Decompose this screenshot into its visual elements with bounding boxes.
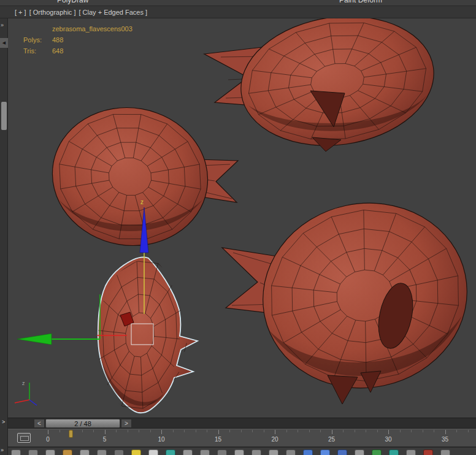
ruler-tick (355, 430, 355, 432)
viewport-canvas[interactable]: z z (8, 18, 476, 418)
current-frame-marker[interactable] (69, 430, 73, 438)
ruler-tick (93, 430, 94, 432)
viewport-shading-menu[interactable]: [ Clay + Edged Faces ] (79, 9, 147, 16)
ruler-tick (343, 430, 344, 432)
ruler-tick-label: 25 (326, 436, 338, 443)
time-slider-handle[interactable]: 2 / 48 (45, 419, 120, 428)
ruler-tick (82, 430, 83, 432)
status-toolbar-icon[interactable] (234, 449, 244, 455)
selected-object-name: zebrasoma_flavescens003 (52, 23, 132, 34)
ruler-tick (161, 430, 162, 434)
collapse-arrow-icon[interactable]: ◀ (0, 38, 8, 48)
viewport-statistics: zebrasoma_flavescens003 Polys: 488 Tris:… (23, 23, 132, 56)
ruler-tick-label: 15 (212, 436, 225, 443)
status-toolbar-icon[interactable] (423, 449, 433, 455)
status-toolbar-icon[interactable] (251, 449, 261, 455)
polys-value: 488 (52, 34, 63, 45)
status-toolbar-icon[interactable] (45, 449, 55, 455)
ruler-tick (309, 430, 310, 432)
status-toolbar-icon[interactable] (337, 449, 347, 455)
status-toolbar-icon[interactable] (80, 449, 90, 455)
fish-model-top-right[interactable] (204, 18, 442, 158)
status-toolbar-icon[interactable] (406, 449, 416, 455)
status-toolbar-icon[interactable] (440, 449, 450, 455)
ruler-tick (423, 430, 423, 432)
ruler-tick (320, 430, 321, 432)
status-toolbar-icon[interactable] (269, 449, 278, 455)
status-toolbar-icon[interactable] (28, 449, 38, 455)
ruler-tick (60, 430, 60, 432)
ruler-tick (388, 430, 389, 434)
ruler-tick (434, 430, 434, 432)
viewport-general-menu[interactable]: [ + ] (15, 9, 26, 16)
paint-deform-panel-label[interactable]: Paint Deform (339, 0, 382, 4)
fish-model-bottom-right[interactable] (222, 185, 476, 407)
ruler-tick (400, 430, 401, 432)
expand-panel-icon[interactable]: » (1, 22, 4, 28)
fish-model-middle-left[interactable] (41, 96, 238, 258)
ruler-tick (445, 430, 446, 434)
status-toolbar-icon[interactable] (217, 449, 227, 455)
world-axis-z-label: z (22, 380, 25, 386)
status-toolbar-icon[interactable] (200, 449, 210, 455)
ruler-tick-label: 5 (99, 436, 111, 443)
world-axis-tripod: z (15, 380, 37, 405)
tris-label: Tris: (23, 45, 52, 56)
ruler-tick (207, 430, 207, 432)
status-toolbar-icon[interactable] (355, 449, 364, 455)
timeline-ruler[interactable]: 05101520253035 (46, 429, 476, 448)
status-toolbar-icon[interactable] (114, 449, 124, 455)
ruler-tick (456, 430, 457, 432)
ruler-tick-label: 0 (42, 436, 54, 443)
status-toolbar-icon[interactable] (63, 449, 72, 455)
ruler-tick (196, 430, 196, 432)
world-axis-x (15, 400, 29, 403)
status-toolbar-icon[interactable] (389, 449, 399, 455)
ruler-tick (128, 430, 128, 432)
ruler-tick (377, 430, 378, 432)
status-toolbar-icon[interactable] (97, 449, 107, 455)
ruler-tick (105, 430, 106, 434)
status-toolbar-icon[interactable] (286, 449, 296, 455)
strip-scrollbar[interactable] (1, 102, 7, 130)
status-toolbar-icon[interactable] (303, 449, 313, 455)
ruler-tick-label: 20 (269, 436, 281, 443)
ruler-tick (275, 430, 275, 434)
status-toolbar-icon[interactable] (11, 449, 21, 455)
status-toolbar-icon[interactable] (131, 449, 141, 455)
status-toolbar (0, 447, 476, 455)
ruler-tick (366, 430, 366, 432)
status-toolbar-icon[interactable] (320, 449, 330, 455)
left-toolbar-strip: » ◀ > » (0, 18, 8, 455)
track-bar: 05101520253035 (8, 429, 476, 447)
ruler-tick (139, 430, 139, 432)
ruler-tick (468, 430, 469, 432)
ruler-tick-label: 30 (382, 436, 394, 443)
tris-value: 648 (52, 45, 63, 56)
gizmo-x-arrow[interactable] (17, 334, 52, 345)
ruler-tick (332, 430, 332, 434)
status-toolbar-icon[interactable] (372, 449, 382, 455)
viewport-pov-menu[interactable]: [ Orthographic ] (29, 9, 76, 16)
status-toolbar-icon[interactable] (148, 449, 158, 455)
previous-frame-button[interactable]: < (34, 419, 45, 428)
corner-arrow-icon[interactable]: > (2, 419, 5, 425)
ruler-tick-label: 35 (439, 436, 451, 443)
track-bar-left (8, 429, 46, 448)
polydraw-panel-label[interactable]: PolyDraw (57, 0, 88, 4)
expand-bottom-icon[interactable]: » (1, 447, 4, 453)
viewport[interactable]: zebrasoma_flavescens003 Polys: 488 Tris:… (8, 18, 476, 418)
status-toolbar-icon[interactable] (183, 449, 193, 455)
ruler-tick (411, 430, 412, 432)
mini-curve-editor-icon[interactable] (17, 433, 31, 443)
time-slider-track[interactable]: < 2 / 48 > (8, 418, 476, 429)
next-frame-button[interactable]: > (121, 419, 132, 428)
ruler-tick (218, 430, 219, 434)
gizmo-z-label: z (140, 199, 144, 205)
ruler-tick (173, 430, 174, 432)
viewport-header: [ + ] [ Orthographic ] [ Clay + Edged Fa… (0, 6, 476, 18)
ruler-tick-label: 10 (155, 436, 167, 443)
ruler-tick (116, 430, 117, 432)
status-toolbar-icon[interactable] (166, 449, 175, 455)
ribbon-toolbar: PolyDraw Paint Deform (0, 0, 476, 6)
